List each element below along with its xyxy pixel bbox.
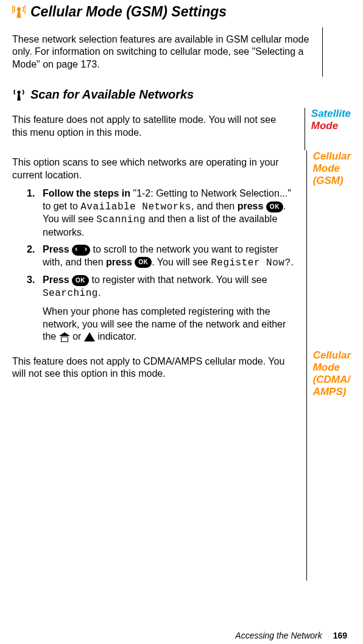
gsm-main: This option scans to see which networks … [12, 150, 299, 349]
step-2: 2. Press to scroll to the network you wa… [27, 243, 294, 269]
cdma-main: This feature does not apply to CDMA/AMPS… [12, 349, 299, 581]
section-heading: Scan for Available Networks [30, 88, 194, 102]
cell-word-3: (GSM) [313, 175, 351, 187]
satellite-word-2: Mode [311, 120, 351, 132]
step-tail: . [98, 287, 100, 298]
footer-chapter: Accessing the Network [235, 631, 322, 640]
cell-word-3: (CDMA/ [313, 374, 351, 386]
display-text: Scanning [96, 214, 146, 225]
display-text: Register Now? [211, 257, 291, 268]
ok-icon: OK [266, 201, 283, 212]
intro-main: These network selection features are ava… [12, 27, 315, 77]
step-mid: to register with that network. You will … [89, 275, 267, 285]
step-number: 2. [27, 243, 43, 269]
antenna-icon [12, 5, 26, 19]
satellite-mode-label: Satellite Mode [311, 108, 351, 132]
page: Cellular Mode (GSM) Settings These netwo… [0, 4, 363, 644]
step-mid: , and then [191, 201, 238, 211]
cell-word-1: Cellular [313, 349, 351, 362]
step-body: Press OK to register with that network. … [43, 274, 294, 299]
cell-word-4: AMPS) [313, 386, 351, 398]
cdma-columns: This feature does not apply to CDMA/AMPS… [12, 349, 351, 581]
step-body: Press to scroll to the network you want … [43, 243, 294, 269]
ok-icon: OK [72, 275, 89, 286]
display-text: Searching [43, 288, 98, 299]
heading-row: Cellular Mode (GSM) Settings [12, 4, 351, 20]
cellular-gsm-label: Cellular Mode (GSM) [313, 150, 351, 187]
cell-word-2: Mode [313, 163, 351, 175]
gsm-side: Cellular Mode (GSM) [306, 150, 351, 349]
page-title: Cellular Mode (GSM) Settings [30, 4, 227, 20]
satellite-note: This feature does not apply to satellite… [12, 114, 292, 139]
subheading-row: Scan for Available Networks [12, 88, 351, 102]
satellite-main: This feature does not apply to satellite… [12, 108, 297, 150]
gsm-columns: This option scans to see which networks … [12, 150, 351, 349]
step-3: 3. Press OK to register with that networ… [27, 274, 294, 299]
result-text-b: indicator. [95, 331, 136, 341]
display-text: Available Networks [80, 201, 191, 212]
press-label: Press [43, 244, 72, 254]
cdma-side: Cellular Mode (CDMA/ AMPS) [306, 349, 351, 581]
step-result: When your phone has completed registerin… [43, 306, 294, 343]
step-after-ok: . You will see [152, 257, 211, 267]
ok-icon: OK [135, 257, 152, 268]
scroll-icon [72, 245, 90, 256]
satellite-side: Satellite Mode [305, 108, 351, 150]
antenna-icon [12, 88, 26, 102]
press-label: press [238, 201, 266, 211]
step-number: 3. [27, 274, 43, 299]
step-list: 1. Follow the steps in "1-2: Getting to … [27, 187, 294, 299]
cell-word-2: Mode [313, 362, 351, 374]
step-tail: . [291, 257, 294, 267]
step-body: Follow the steps in "1-2: Getting to Net… [43, 187, 294, 239]
cellular-cdma-label: Cellular Mode (CDMA/ AMPS) [313, 349, 351, 398]
spacer [12, 386, 294, 581]
intro-columns: These network selection features are ava… [12, 27, 351, 77]
satellite-word-1: Satellite [311, 108, 351, 120]
step-number: 1. [27, 187, 43, 239]
gsm-intro: This option scans to see which networks … [12, 156, 294, 181]
step-lead: Follow the steps in [43, 188, 133, 198]
press-label: press [106, 257, 135, 267]
cell-word-1: Cellular [313, 150, 351, 163]
footer-page-number: 169 [333, 631, 347, 640]
satellite-columns: This feature does not apply to satellite… [12, 108, 351, 150]
home-network-icon [59, 332, 70, 342]
roaming-icon [84, 332, 95, 341]
page-footer: Accessing the Network 169 [235, 631, 347, 640]
cdma-note: This feature does not apply to CDMA/AMPS… [12, 355, 294, 380]
step-1: 1. Follow the steps in "1-2: Getting to … [27, 187, 294, 239]
intro-paragraph: These network selection features are ava… [12, 33, 310, 71]
result-or: or [70, 331, 84, 341]
intro-side [322, 27, 351, 77]
press-label: Press [43, 275, 72, 285]
